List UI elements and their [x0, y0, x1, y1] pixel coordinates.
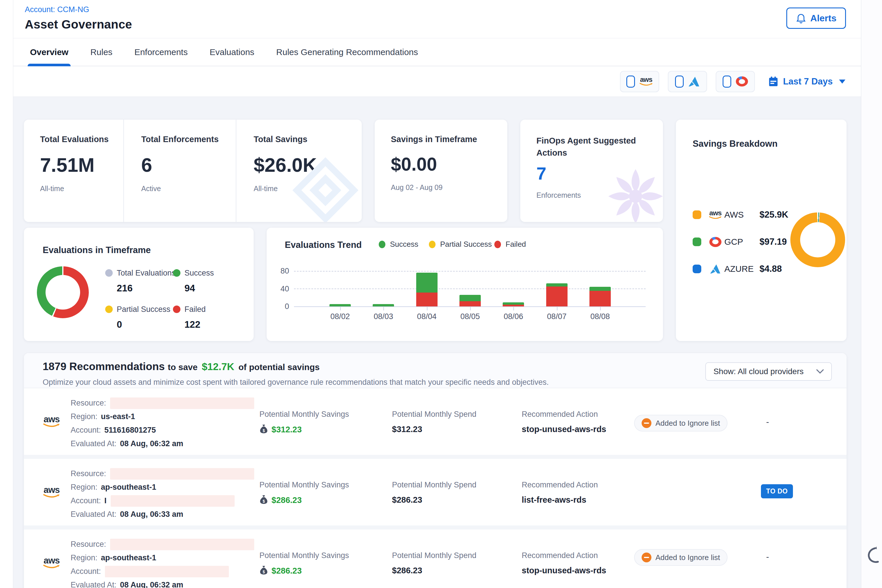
tab-label: Rules	[90, 47, 112, 57]
savings-in-timeframe-card: Savings in Timeframe $0.00 Aug 02 - Aug …	[375, 120, 507, 222]
azure-logo-icon	[688, 76, 700, 87]
legend-label: Total Evaluations	[105, 268, 176, 278]
trend-bar-08/03[interactable]	[373, 304, 394, 306]
gcp-filter-toggle[interactable]	[716, 71, 755, 92]
trend-success-segment	[459, 295, 481, 301]
redacted-resource	[110, 468, 254, 480]
trend-bar-08/08[interactable]	[590, 287, 611, 306]
date-range-picker[interactable]: Last 7 Days	[768, 76, 845, 87]
trend-x-label: 08/02	[323, 312, 357, 321]
aws-logo-icon: aws	[43, 388, 70, 455]
trend-x-label: 08/07	[540, 312, 574, 321]
x-axis-tick	[557, 306, 558, 310]
cloud-provider-filter-dropdown[interactable]: Show: All cloud providers	[705, 362, 832, 381]
resource-details: Resource: Region:ap-southeast-1 Account:…	[70, 459, 260, 525]
support-widget-partial-icon[interactable]	[865, 546, 880, 564]
legend-item-aws: aws AWS $25.9K	[693, 206, 788, 224]
x-axis-tick	[600, 306, 601, 310]
trend-x-label: 08/08	[583, 312, 617, 321]
spend-value: $286.23	[392, 495, 522, 505]
gcp-logo-icon	[736, 76, 748, 87]
alerts-button[interactable]: Alerts	[786, 8, 846, 29]
trend-bar-08/05[interactable]	[459, 295, 481, 306]
tab-evaluations[interactable]: Evaluations	[210, 38, 254, 66]
totals-card: Total Evaluations 7.51M All-time Total E…	[24, 120, 362, 222]
row-divider	[24, 455, 846, 459]
legend-value: $25.9K	[759, 210, 788, 220]
page-title: Asset Governance	[25, 18, 861, 32]
evaluated-at-value: 08 Aug, 06:33 am	[120, 510, 183, 519]
action-value: stop-unused-aws-rds	[522, 566, 634, 575]
potential-monthly-spend: Potential Monthly Spend $312.23	[392, 388, 522, 455]
azure-checkbox[interactable]	[675, 75, 684, 88]
legend-label: AZURE	[724, 264, 759, 274]
stat-sub: Active	[141, 184, 236, 193]
savings-in-timeframe-stat: Savings in Timeframe $0.00 Aug 02 - Aug …	[375, 120, 507, 192]
aws-logo-icon: aws	[640, 76, 653, 86]
legend-item-total-evaluations: Total Evaluations 216	[105, 268, 176, 294]
y-axis-tick-40: 40	[272, 285, 289, 293]
finops-agent-card: FinOps Agent Suggested Actions 7 Enforce…	[520, 120, 663, 222]
gcp-legend-swatch	[693, 237, 701, 246]
date-range-label: Last 7 Days	[783, 76, 833, 87]
status-dash: -	[744, 388, 846, 455]
aws-filter-toggle[interactable]: aws	[620, 71, 659, 92]
trend-success-segment	[416, 273, 438, 292]
trend-bar-08/06[interactable]	[502, 302, 524, 306]
tab-label: Rules Generating Recommendations	[276, 47, 418, 57]
partial-success-dot	[105, 306, 113, 313]
trend-success-segment	[590, 287, 611, 291]
todo-badge[interactable]: TO DO	[761, 484, 793, 498]
trend-success-segment	[502, 302, 524, 304]
right-rail	[861, 0, 882, 588]
evaluations-donut[interactable]	[37, 266, 89, 318]
potential-monthly-spend: Potential Monthly Spend $286.23	[392, 530, 522, 588]
x-axis-tick	[383, 306, 384, 310]
trend-bar-08/02[interactable]	[330, 304, 351, 306]
azure-filter-toggle[interactable]	[668, 71, 707, 92]
y-axis-tick-80: 80	[272, 267, 289, 276]
action-value: stop-unused-aws-rds	[522, 424, 634, 434]
status-cell	[634, 459, 744, 525]
recommended-action: Recommended Action list-free-aws-rds	[522, 459, 634, 525]
total-evaluations-stat: Total Evaluations 7.51M All-time	[24, 120, 123, 222]
recommendation-row[interactable]: aws Resource: Region:ap-southeast-1 Acco…	[24, 459, 846, 525]
bell-icon	[796, 13, 806, 24]
stat-label: Total Evaluations	[40, 135, 123, 144]
aws-checkbox[interactable]	[626, 75, 635, 88]
added-to-ignore-list-pill[interactable]: Added to Ignore list	[634, 549, 728, 566]
savings-breakdown-donut[interactable]	[790, 212, 845, 267]
stat-label: Total Enforcements	[141, 135, 236, 144]
stat-label: FinOps Agent Suggested Actions	[536, 135, 637, 159]
action-value: list-free-aws-rds	[522, 495, 634, 505]
calendar-icon	[768, 76, 778, 87]
tab-overview[interactable]: Overview	[30, 38, 68, 66]
recommendation-row[interactable]: aws Resource: Region:ap-southeast-1 Acco…	[24, 530, 846, 588]
tab-enforcements[interactable]: Enforcements	[134, 38, 188, 66]
tab-rules[interactable]: Rules	[90, 38, 112, 66]
status-badge-cell: TO DO	[744, 459, 846, 525]
account-value: I	[104, 496, 106, 505]
azure-legend-swatch	[693, 265, 701, 273]
account-link[interactable]: Account: CCM-NG	[25, 5, 89, 14]
row-divider	[24, 525, 846, 530]
savings-breakdown-legend: aws AWS $25.9K GCP $97.19	[693, 206, 788, 287]
evaluated-at-value: 08 Aug, 06:32 am	[120, 439, 183, 448]
region-value: ap-southeast-1	[101, 483, 156, 492]
recommendation-row[interactable]: aws Resource: Region:us-east-1 Account:5…	[24, 388, 846, 455]
tab-rules-generating-recommendations[interactable]: Rules Generating Recommendations	[276, 38, 418, 66]
collapsed-sidebar	[0, 0, 13, 588]
svg-text:$: $	[262, 570, 265, 574]
trend-bar-08/04[interactable]	[416, 273, 438, 306]
legend-value: $4.88	[759, 264, 782, 274]
legend-label: Success	[390, 240, 418, 249]
tab-label: Evaluations	[210, 47, 254, 57]
added-to-ignore-list-pill[interactable]: Added to Ignore list	[634, 415, 728, 432]
gcp-checkbox[interactable]	[723, 75, 731, 88]
evaluated-at-value: 08 Aug, 06:32 am	[120, 580, 183, 588]
agent-flower-watermark-icon	[602, 163, 663, 222]
svg-text:$: $	[262, 499, 265, 504]
region-value: us-east-1	[101, 412, 135, 421]
trend-bar-08/07[interactable]	[546, 284, 567, 306]
x-axis-tick	[513, 306, 514, 310]
